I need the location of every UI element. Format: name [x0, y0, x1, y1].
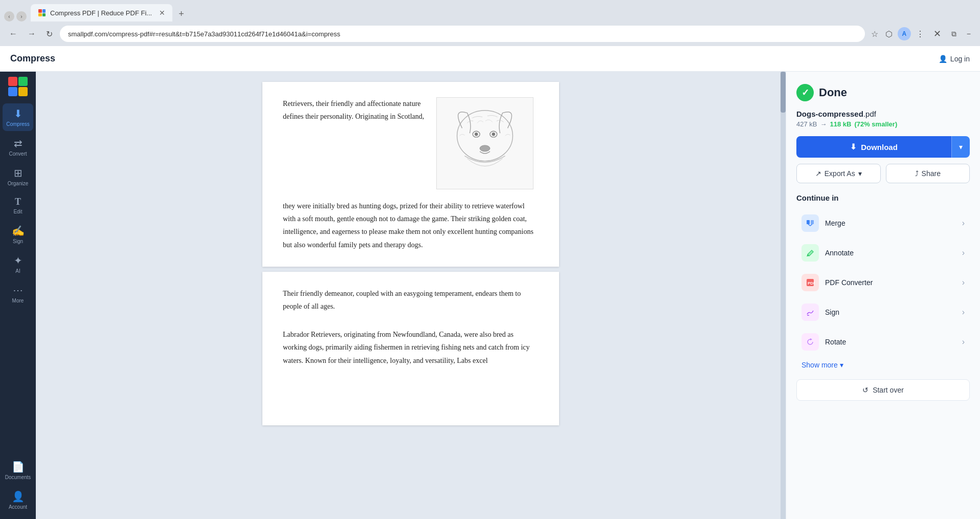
- browser-chrome: ‹ › Compress PDF | Reduce PDF Fi... ✕ + …: [0, 0, 980, 46]
- share-icon: ⤴: [915, 169, 919, 178]
- sidebar-item-organize-label: Organize: [8, 181, 29, 186]
- action-row: ↗ Export As ▾ ⤴ Share: [796, 164, 970, 183]
- svg-point-4: [492, 133, 495, 136]
- rotate-arrow-icon: ›: [962, 337, 965, 347]
- tab-arrow-right[interactable]: ›: [16, 11, 27, 21]
- continue-item-sign[interactable]: Sign ›: [796, 297, 970, 327]
- active-tab[interactable]: Compress PDF | Reduce PDF Fi... ✕: [31, 4, 172, 21]
- show-more-button[interactable]: Show more ▾: [796, 357, 970, 373]
- close-window-button[interactable]: ✕: [930, 26, 944, 41]
- login-icon: 👤: [939, 55, 947, 63]
- new-size: 118 kB: [830, 120, 851, 128]
- sidebar-item-more-label: More: [12, 298, 24, 304]
- sidebar-item-more[interactable]: ⋯ More: [3, 280, 33, 308]
- sidebar-item-documents[interactable]: 📄 Documents: [3, 457, 33, 484]
- login-button[interactable]: 👤 Log in: [939, 55, 970, 63]
- pdf-image-column: [436, 97, 539, 189]
- documents-icon: 📄: [12, 461, 25, 473]
- sidebar-item-organize[interactable]: ⊞ Organize: [3, 163, 33, 190]
- account-icon: 👤: [12, 490, 25, 503]
- annotate-arrow-icon: ›: [962, 248, 965, 257]
- done-icon: ✓: [796, 84, 814, 101]
- pdf-page-2: Their friendly demeanor, coupled with an…: [262, 272, 559, 425]
- download-button[interactable]: ⬇ Download: [796, 136, 951, 158]
- sign-icon-panel: [801, 304, 819, 321]
- sidebar-item-edit[interactable]: T Edit: [3, 192, 33, 219]
- pdf-page2-para2: Labrador Retrievers, originating from Ne…: [283, 328, 539, 367]
- file-name-text: Dogs-compressed: [796, 110, 863, 118]
- continue-item-annotate[interactable]: Annotate ›: [796, 238, 970, 268]
- tab-arrow-left[interactable]: ‹: [4, 11, 14, 21]
- svg-rect-6: [807, 220, 810, 224]
- merge-label: Merge: [825, 219, 956, 227]
- sidebar: ⬇ Compress ⇄ Convert ⊞ Organize T Edit ✍…: [0, 72, 36, 519]
- browser-toolbar: ← → ↻ smallpdf.com/compress-pdf#r=result…: [0, 21, 980, 46]
- dog-svg: [437, 97, 533, 189]
- sidebar-item-ai[interactable]: ✦ AI: [3, 250, 33, 278]
- svg-point-5: [480, 145, 490, 152]
- export-chevron: ▾: [858, 169, 862, 178]
- done-title: Done: [819, 86, 847, 99]
- continue-item-rotate[interactable]: Rotate ›: [796, 327, 970, 357]
- pdf-page-1: Retrievers, their friendly and affection…: [262, 82, 559, 267]
- extensions-button[interactable]: ⬡: [883, 27, 895, 41]
- start-over-button[interactable]: ↺ Start over: [796, 379, 970, 401]
- restore-window-button[interactable]: ⧉: [948, 28, 960, 40]
- tab-favicon: [38, 9, 46, 17]
- sign-arrow-icon: ›: [962, 308, 965, 317]
- file-ext: .pdf: [863, 110, 876, 118]
- convert-icon: ⇄: [14, 137, 23, 149]
- continue-item-merge[interactable]: Merge ›: [796, 208, 970, 238]
- pdf-page-layout: Retrievers, their friendly and affection…: [283, 97, 539, 189]
- share-button[interactable]: ⤴ Share: [886, 164, 970, 183]
- converter-label: PDF Converter: [825, 278, 956, 287]
- pdf-scrollbar[interactable]: [781, 72, 786, 519]
- profile-avatar[interactable]: A: [898, 27, 911, 40]
- tab-close-button[interactable]: ✕: [159, 9, 165, 17]
- edit-icon: T: [15, 197, 21, 207]
- sidebar-item-sign[interactable]: ✍ Sign: [3, 221, 33, 248]
- start-over-icon: ↺: [862, 386, 868, 394]
- nav-forward-button[interactable]: →: [25, 27, 39, 40]
- nav-back-button[interactable]: ←: [6, 27, 20, 40]
- bookmark-button[interactable]: ☆: [869, 27, 880, 41]
- sidebar-item-compress-label: Compress: [6, 121, 30, 127]
- sidebar-item-account[interactable]: 👤 Account: [3, 486, 33, 514]
- nav-refresh-button[interactable]: ↻: [43, 27, 56, 41]
- pdf-page2-para1: Their friendly demeanor, coupled with an…: [283, 287, 539, 313]
- done-header: ✓ Done: [796, 84, 970, 101]
- address-bar[interactable]: smallpdf.com/compress-pdf#r=result&t=b71…: [60, 26, 865, 42]
- pdf-viewer[interactable]: Retrievers, their friendly and affection…: [36, 72, 786, 519]
- annotate-label: Annotate: [825, 249, 956, 257]
- toolbar-actions: ☆ ⬡ A ⋮: [869, 27, 926, 41]
- new-tab-button[interactable]: +: [174, 7, 188, 21]
- export-as-button[interactable]: ↗ Export As ▾: [796, 164, 881, 183]
- browser-tabs: ‹ › Compress PDF | Reduce PDF Fi... ✕ +: [0, 0, 980, 21]
- export-icon: ↗: [815, 169, 821, 178]
- annotate-icon: [801, 244, 819, 262]
- chevron-down-icon: ▾: [959, 143, 963, 151]
- download-icon: ⬇: [850, 142, 857, 152]
- sidebar-item-convert[interactable]: ⇄ Convert: [3, 133, 33, 161]
- compress-icon: ⬇: [14, 107, 23, 120]
- sidebar-item-compress[interactable]: ⬇ Compress: [3, 103, 33, 131]
- start-over-label: Start over: [873, 386, 904, 394]
- app-logo: [8, 77, 28, 96]
- continue-in-label: Continue in: [796, 193, 970, 202]
- rotate-label: Rotate: [825, 338, 956, 346]
- merge-arrow-icon: ›: [962, 219, 965, 228]
- minimize-window-button[interactable]: −: [964, 28, 974, 40]
- download-btn-group: ⬇ Download ▾: [796, 136, 970, 158]
- main-content: Retrievers, their friendly and affection…: [36, 72, 980, 519]
- pdf-scrollbar-thumb[interactable]: [781, 72, 786, 113]
- continue-item-converter[interactable]: PDF PDF Converter ›: [796, 268, 970, 297]
- show-more-label: Show more: [801, 361, 838, 369]
- more-icon: ⋯: [13, 284, 23, 296]
- sidebar-item-edit-label: Edit: [13, 209, 22, 214]
- show-more-chevron-icon: ▾: [840, 361, 843, 369]
- size-arrow: →: [820, 120, 827, 128]
- app-container: ⬇ Compress ⇄ Convert ⊞ Organize T Edit ✍…: [0, 72, 980, 519]
- download-chevron-button[interactable]: ▾: [951, 136, 970, 158]
- sidebar-item-sign-label: Sign: [13, 239, 23, 244]
- menu-button[interactable]: ⋮: [914, 27, 926, 41]
